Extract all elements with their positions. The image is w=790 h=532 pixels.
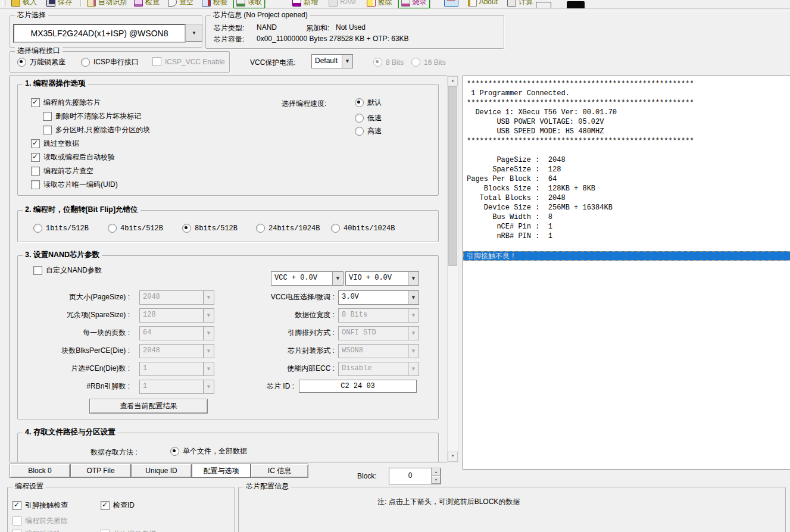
auto-detect-button[interactable]: 自动识别 [87, 0, 127, 7]
checkbox-serial-increment-disabled: 分次编号自增 [101, 529, 156, 532]
radio-icon [331, 224, 340, 233]
vcc-select-combo[interactable]: 3.0V ▼ [338, 290, 419, 305]
radio-icon [33, 224, 42, 233]
chip-config-title: 芯片配置信息 [243, 482, 291, 490]
spin-down-button[interactable]: ▼ [432, 476, 441, 484]
toolbar-grip[interactable] [2, 0, 5, 7]
blkspercе-label: 块数BlksPerCE(Die) : [23, 344, 130, 357]
verify-label: 校验 [213, 0, 227, 7]
checkbox-keep-badblock-marks[interactable]: 删除时不清除芯片坏块标记 [43, 111, 141, 121]
calculator-button[interactable]: 计算 [507, 0, 533, 7]
scrollbar-thumb[interactable] [448, 86, 457, 266]
custom-nand-label: 自定义NAND参数 [46, 265, 102, 276]
log-line [467, 242, 790, 251]
radio-speed-low[interactable]: 低速 [355, 113, 382, 123]
log-console[interactable]: ****************************************… [463, 76, 790, 470]
chip-select-title: 芯片选择 [15, 11, 48, 19]
checkbox-erase-selected-partition[interactable]: 多分区时,只擦除选中分区的块 [43, 125, 150, 135]
access-method-label: 数据存取方法 : [90, 447, 138, 458]
checkbox-erase-before-disabled: 编程前先擦除 [13, 516, 68, 526]
tab-block0-label: Block 0 [28, 467, 51, 475]
scroll-down-button[interactable]: ▼ [448, 452, 458, 462]
load-button[interactable]: 载入 [11, 0, 37, 7]
log-line: Pages Per Block : 64 [467, 175, 790, 184]
add-button[interactable]: 新增 [292, 0, 318, 7]
chip-id-value: C2 24 03 [341, 382, 375, 390]
radio-icsp-label: ICSP串行接口 [93, 57, 139, 67]
read-button[interactable]: 读取 [233, 0, 265, 8]
tab-block0[interactable]: Block 0 [10, 464, 70, 478]
checkbox-check-id[interactable]: 检查ID [101, 500, 135, 511]
dark-panel-icon[interactable] [567, 1, 585, 8]
radio-bitflip-4[interactable]: 4bits/512B [108, 224, 163, 233]
radio-single-file[interactable]: 单个文件，全部数据 [170, 446, 247, 456]
chip-select-display[interactable]: MX35LF2G24AD(x1+ISP) @WSON8 [13, 24, 186, 43]
radio-universal-socket[interactable]: 万能锁紧座 [17, 57, 65, 67]
spin-up-button[interactable]: ▲ [432, 468, 441, 476]
check-label: 检查 [145, 0, 160, 7]
checkbox-blank-check-before[interactable]: 编程前芯片查空 [31, 166, 93, 176]
log-line: Blocks Size : 128KB + 8KB [467, 184, 790, 194]
checkbox-icon [31, 153, 40, 162]
cen-count-label: 片选#CEn(Die)数 : [23, 362, 130, 375]
program-button[interactable]: 烧录 [398, 0, 430, 8]
tab-config-label: 配置与选项 [204, 467, 239, 475]
erase-button[interactable]: 擦除 [367, 0, 392, 7]
radio-bitflip-24[interactable]: 24bits/1024B [256, 224, 320, 233]
checkbox-read-uid[interactable]: 读取芯片唯一编码(UID) [31, 180, 118, 190]
blank-check-button[interactable]: 查空 [168, 0, 193, 7]
radio-speed-high[interactable]: 高速 [355, 126, 382, 136]
vcc-select-value: 3.0V [339, 291, 408, 304]
checkbox-auto-verify[interactable]: 读取或编程后自动校验 [31, 152, 115, 162]
checkbox-icon [31, 98, 40, 107]
radio-bitflip-40[interactable]: 40bits/1024B [331, 224, 395, 233]
read-chip-icon [236, 0, 245, 7]
tab-otp-file[interactable]: OTP File [70, 464, 131, 478]
chip-select-group: 芯片选择 MX35LF2G24AD(x1+ISP) @WSON8 ▼ [10, 15, 202, 48]
save-button[interactable]: 保存 [46, 0, 72, 7]
radio-bitflip-8[interactable]: 8bits/512B [182, 224, 238, 233]
checkbox-erase-before-program[interactable]: 编程前先擦除芯片 [31, 98, 101, 108]
chevron-down-icon: ▼ [203, 291, 214, 304]
tab-config-options[interactable]: 配置与选项 [192, 464, 251, 478]
chevron-down-icon: ▼ [408, 291, 419, 304]
bus-width-label: 数据位宽度 : [214, 308, 335, 321]
vcc-current-label: VCC保护电流: [250, 58, 296, 68]
chip-id-field[interactable]: C2 24 03 [299, 380, 417, 393]
checkbox-skip-blank[interactable]: 跳过空数据 [31, 139, 79, 149]
checkbox-icsp-vcc: ICSP_VCC Enable [152, 57, 225, 66]
radio-bitflip-1[interactable]: 1bits/512B [33, 224, 89, 233]
radio-speed-default[interactable]: 默认 [355, 98, 382, 108]
chevron-down-icon: ▼ [203, 327, 214, 340]
verify-button[interactable]: 校验 [202, 0, 227, 7]
vcc-current-combo[interactable]: Default ▼ [311, 54, 353, 68]
radio-8bits: 8 Bits [373, 58, 404, 67]
radio-icsp[interactable]: ICSP串行接口 [81, 57, 139, 67]
radio-icon [355, 114, 364, 123]
tab-ic-info[interactable]: IC 信息 [251, 464, 308, 478]
bus-width-value: 8 Bits [339, 309, 408, 322]
checkbox-pin-contact-check[interactable]: 引脚接触检查 [13, 500, 68, 511]
block-spinner[interactable]: 0 ▲ ▼ [389, 468, 441, 484]
vio-offset-combo[interactable]: VIO + 0.0V ▼ [345, 271, 419, 286]
log-line: nCE# Pin : 1 [467, 223, 790, 232]
ic-socket-icon[interactable] [536, 2, 551, 8]
vcc-offset-combo[interactable]: VCC + 0.0V ▼ [271, 271, 344, 286]
panel-scrollbar[interactable]: ▲ ▼ [447, 76, 458, 462]
block-browse-note: 注: 点击上下箭头，可浏览前后BLOCK的数据 [377, 497, 520, 507]
checkbox-custom-nand[interactable]: 自定义NAND参数 [33, 265, 102, 276]
checkbox-icon [43, 126, 52, 134]
chip-select-dropdown-button[interactable]: ▼ [186, 24, 202, 42]
radio-icon [81, 58, 90, 67]
view-config-label: 查看当前配置结果 [120, 402, 177, 410]
chevron-down-icon: ▼ [342, 55, 352, 68]
view-config-button[interactable]: 查看当前配置结果 [89, 399, 208, 414]
radio-8bits-label: 8 Bits [386, 58, 404, 67]
radio-icon [355, 98, 364, 107]
scroll-up-button[interactable]: ▲ [448, 76, 458, 86]
check-button[interactable]: 检查 [134, 0, 160, 7]
programming-settings-group: 编程设置 引脚接触检查 检查ID 编程前先擦除 编程后校验 分次编号自增 [7, 487, 235, 532]
about-button[interactable]: About [468, 0, 498, 7]
serial-number-button[interactable] [444, 0, 458, 7]
tab-unique-id[interactable]: Unique ID [131, 464, 192, 478]
